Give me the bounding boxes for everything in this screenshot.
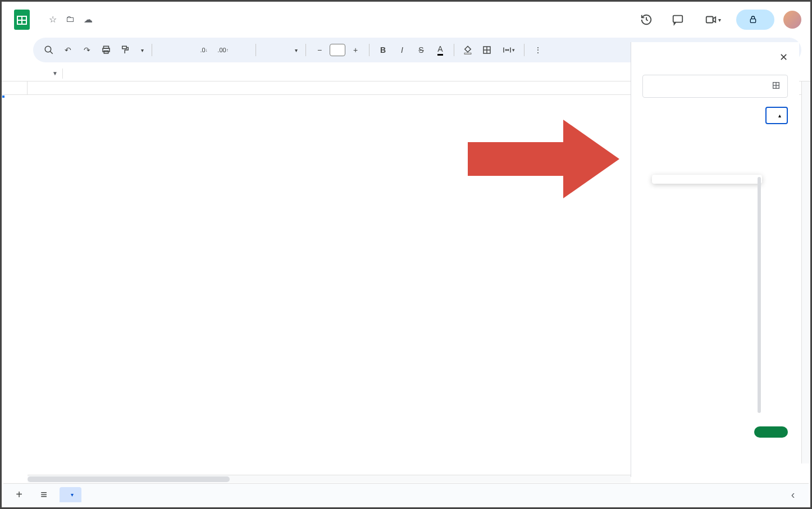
fill-color-button[interactable] [459,41,477,59]
move-icon[interactable]: 🗀 [66,14,75,25]
sheet-tab[interactable]: ▾ [60,487,81,502]
sheets-logo[interactable] [11,8,33,31]
redo-button[interactable]: ↷ [78,41,96,59]
title-area: ☆ 🗀 ☁ [38,14,93,26]
svg-marker-6 [713,17,715,22]
svg-rect-13 [122,46,127,49]
percent-button[interactable] [176,41,194,59]
svg-rect-4 [673,16,683,22]
history-icon[interactable] [635,8,658,31]
borders-button[interactable] [478,41,496,59]
strike-button[interactable]: S [412,41,430,59]
font-select[interactable]: ▾ [261,47,301,53]
header: ☆ 🗀 ☁ ▾ [2,2,810,38]
avatar[interactable] [783,11,801,29]
criteria-menu [652,175,762,184]
grid-select-icon[interactable] [772,81,781,92]
sheet-tabs-bar: + ≡ ▾ ‹ [3,483,809,506]
criteria-dropdown[interactable]: ▴ [765,107,788,124]
select-all-corner[interactable] [2,81,28,94]
zoom-select[interactable]: ▾ [135,47,147,53]
bold-button[interactable]: B [374,41,392,59]
italic-button[interactable]: I [393,41,411,59]
text-color-button[interactable]: A [431,41,449,59]
horizontal-scrollbar[interactable] [28,475,631,483]
doc-title[interactable] [38,18,44,20]
name-box[interactable] [6,72,48,75]
currency-button[interactable] [157,41,175,59]
font-size-increase[interactable]: + [346,41,364,59]
done-button[interactable] [754,426,788,438]
meet-icon[interactable]: ▾ [698,8,727,31]
svg-line-9 [50,51,53,54]
svg-rect-14 [464,53,471,54]
svg-rect-5 [706,17,713,23]
annotation-arrow [462,108,625,212]
comment-icon[interactable] [667,8,689,31]
name-box-dropdown[interactable]: ▼ [48,70,62,76]
close-icon[interactable]: ✕ [779,51,788,63]
vertical-scrollbar[interactable] [801,81,810,463]
share-button[interactable] [736,10,774,30]
explore-collapse-icon[interactable]: ‹ [784,486,802,504]
paint-format-button[interactable] [116,41,134,59]
font-size-decrease[interactable]: − [311,41,329,59]
menu-scrollbar[interactable] [758,177,761,413]
decrease-decimal-button[interactable]: .0↓ [195,41,213,59]
svg-point-8 [45,46,51,52]
merge-button[interactable]: ▾ [497,41,519,59]
search-icon[interactable] [40,41,58,59]
print-button[interactable] [97,41,115,59]
svg-rect-7 [750,19,755,23]
range-input[interactable] [642,75,788,98]
cloud-icon[interactable]: ☁ [84,14,93,25]
sheet-tab-menu-icon[interactable]: ▾ [71,492,74,498]
more-formats-button[interactable] [233,41,251,59]
add-sheet-button[interactable]: + [10,486,28,504]
all-sheets-button[interactable]: ≡ [35,486,53,504]
data-validation-panel: ✕ ▴ [631,42,799,477]
undo-button[interactable]: ↶ [59,41,77,59]
font-size-input[interactable] [330,44,345,56]
increase-decimal-button[interactable]: .00↑ [214,41,232,59]
more-button[interactable]: ⋮ [529,41,547,59]
star-icon[interactable]: ☆ [49,14,57,25]
